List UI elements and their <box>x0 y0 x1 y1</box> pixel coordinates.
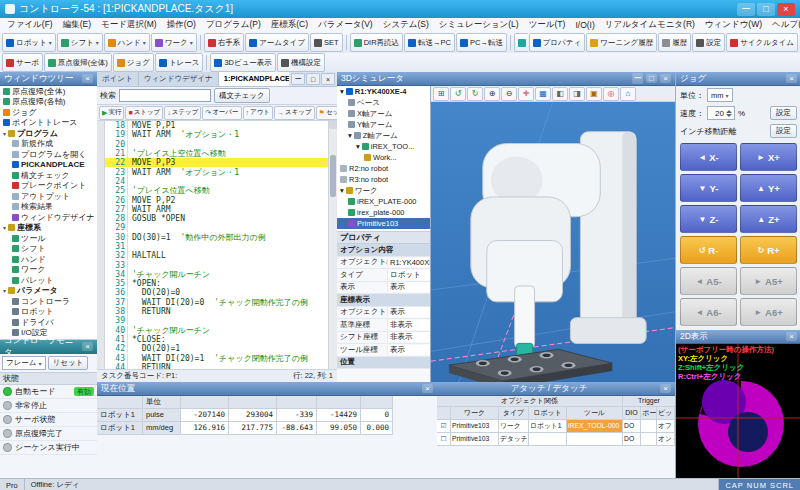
model-tree-item[interactable]: Work... <box>337 152 430 163</box>
toolbar-button[interactable]: PC→転送 <box>456 33 507 52</box>
toolbar-button[interactable]: 機構設定 <box>277 53 325 72</box>
model-tree-item[interactable]: ▾Z軸アーム <box>337 130 430 141</box>
code-line[interactable]: 31 <box>105 242 328 251</box>
toolbar-button[interactable]: 転送→PC <box>404 33 455 52</box>
scroll-up-icon[interactable] <box>329 121 337 129</box>
menu-item[interactable]: 操作(O) <box>162 19 201 31</box>
menu-item[interactable]: 座標系(C) <box>266 19 313 31</box>
sidebar-item[interactable]: 構文チェック <box>0 170 97 181</box>
toolbar-button[interactable]: SET <box>310 33 343 52</box>
sidebar-item[interactable]: ブレークポイント <box>0 181 97 192</box>
attach-checkbox[interactable]: ☑ <box>437 420 451 433</box>
menu-item[interactable]: ファイル(F) <box>2 19 58 31</box>
toolbar-button[interactable]: プロパティ <box>529 33 585 52</box>
exec-button[interactable]: ↓ステップ <box>164 106 201 120</box>
jog-button-rminus[interactable]: ↺R- <box>680 236 737 264</box>
search-input[interactable] <box>119 89 211 102</box>
view3d-tool-icon[interactable]: ▣ <box>586 87 602 101</box>
code-line[interactable]: 32HALTALL <box>105 251 328 260</box>
code-line[interactable]: 30DO(30)=1'動作中の外部出力の例 <box>105 233 328 242</box>
maximize-icon[interactable]: □ <box>646 74 657 83</box>
jog-button-a6plus[interactable]: ►A6+ <box>740 298 797 326</box>
property-group[interactable]: 位置 <box>337 357 430 370</box>
sidebar-item[interactable]: ジョグ <box>0 107 97 118</box>
jog-button-xminus[interactable]: ◄X- <box>680 143 737 171</box>
view3d-scene[interactable] <box>431 102 675 382</box>
menu-item[interactable]: プログラム(P) <box>201 19 266 31</box>
code-line[interactable]: 28GOSUB *OPEN <box>105 214 328 223</box>
toolbar-button[interactable]: ハンド▾ <box>104 33 150 52</box>
editor-tab[interactable]: ウィンドウデザイナ <box>139 72 219 86</box>
close-icon[interactable]: × <box>82 74 93 83</box>
menu-item[interactable]: ウィンドウ(W) <box>700 19 767 31</box>
close-icon[interactable]: × <box>660 74 671 83</box>
editor-scrollbar[interactable] <box>328 121 337 369</box>
close-icon[interactable]: × <box>82 342 93 351</box>
jog-button-a5plus[interactable]: ►A5+ <box>740 267 797 295</box>
view3d-tool-icon[interactable]: ◎ <box>603 87 619 101</box>
jog-button-zminus[interactable]: ▼Z- <box>680 205 737 233</box>
view3d-tool-icon[interactable]: ✛ <box>518 87 534 101</box>
code-line[interactable]: 26MOVE P,P2 <box>105 195 328 204</box>
view3d-tool-icon[interactable]: ◧ <box>552 87 568 101</box>
attach-checkbox[interactable]: ☐ <box>437 433 451 446</box>
toolbar-button[interactable]: ワーニング履歴 <box>586 33 657 52</box>
sidebar-item[interactable]: パレット <box>0 275 97 286</box>
toolbar-button[interactable]: シフト▾ <box>57 33 103 52</box>
view3d-tool-icon[interactable]: ⊖ <box>501 87 517 101</box>
exec-button[interactable]: ■ストップ <box>125 106 163 120</box>
jog-button-yplus[interactable]: ▲Y+ <box>740 174 797 202</box>
speed-set-button[interactable]: 設定 <box>770 106 797 120</box>
exec-button[interactable]: ↑アウト <box>243 106 273 120</box>
jog-button-rplus[interactable]: ↻R+ <box>740 236 797 264</box>
toolbar-button[interactable]: 原点復帰(全体) <box>44 53 112 72</box>
sidebar-item[interactable]: ワーク <box>0 265 97 276</box>
sidebar-item[interactable]: 原点復帰(全体) <box>0 86 97 97</box>
model-tree-item[interactable]: ベース <box>337 97 430 108</box>
reset-button[interactable]: リセット <box>48 356 89 370</box>
menu-item[interactable]: リアルタイムモニタ(R) <box>600 19 700 31</box>
scroll-thumb[interactable] <box>330 155 336 197</box>
sidebar-item[interactable]: PICKANDPLACE <box>0 160 97 171</box>
view3d-tool-icon[interactable]: ↺ <box>450 87 466 101</box>
menu-item[interactable]: モード選択(M) <box>96 19 162 31</box>
menu-item[interactable]: ツール(T) <box>524 19 571 31</box>
property-group[interactable]: オプション内容 <box>337 244 430 257</box>
syntax-check-button[interactable]: 構文チェック <box>214 88 270 103</box>
code-line[interactable]: 19WAIT ARM'オプション・1 <box>105 130 328 139</box>
view3d-tool-icon[interactable]: ⊞ <box>433 87 449 101</box>
speed-input[interactable]: 20 <box>707 106 735 120</box>
model-tree-item[interactable]: ▾ワーク <box>337 185 430 196</box>
sidebar-item[interactable]: ツール <box>0 233 97 244</box>
model-tree-item[interactable]: iREX_PLATE-000 <box>337 196 430 207</box>
maximize-button[interactable]: □ <box>757 3 775 16</box>
editor-tab[interactable]: ポイント <box>97 72 139 86</box>
toolbar-button[interactable]: トレース <box>155 53 204 72</box>
toolbar-button[interactable]: 履歴 <box>658 33 691 52</box>
toolbar-button[interactable]: ロボット▾ <box>2 33 56 52</box>
code-line[interactable]: 27WAIT ARM <box>105 205 328 214</box>
code-line[interactable]: 35*OPEN: <box>105 279 328 288</box>
menu-item[interactable]: シミュレーション(L) <box>434 19 524 31</box>
view3d-tool-icon[interactable]: ⊕ <box>484 87 500 101</box>
toolbar-button[interactable]: 3Dビュー表示 <box>210 53 275 72</box>
code-line[interactable]: 21'プレイス上空位置へ移動 <box>105 149 328 158</box>
toolbar-button[interactable]: 設定 <box>692 33 725 52</box>
exec-button[interactable]: ▶実行 <box>99 106 124 120</box>
sidebar-item[interactable]: ▾プログラム <box>0 128 97 139</box>
frame-dropdown[interactable]: フレーム ▾ <box>2 356 46 370</box>
model-tree-item[interactable]: ▾R1:YK400XE-4 <box>337 86 430 97</box>
toolbar-button[interactable]: サイクルタイム <box>726 33 798 52</box>
view3d-tool-icon[interactable]: ⌂ <box>620 87 636 101</box>
model-tree-item[interactable]: X軸アーム <box>337 108 430 119</box>
view3d-tool-icon[interactable]: ▦ <box>535 87 551 101</box>
toolbar-button[interactable]: ワーク▾ <box>151 33 197 52</box>
property-group[interactable]: 座標表示 <box>337 294 430 307</box>
view3d-tool-icon[interactable]: ◨ <box>569 87 585 101</box>
sidebar-item[interactable]: コントローラ <box>0 296 97 307</box>
menu-item[interactable]: パラメータ(V) <box>313 19 378 31</box>
code-line[interactable]: 34'チャック開ルーチン <box>105 270 328 279</box>
jog-button-yminus[interactable]: ▼Y- <box>680 174 737 202</box>
close-button[interactable]: × <box>777 3 795 16</box>
close-icon[interactable]: × <box>786 74 797 83</box>
